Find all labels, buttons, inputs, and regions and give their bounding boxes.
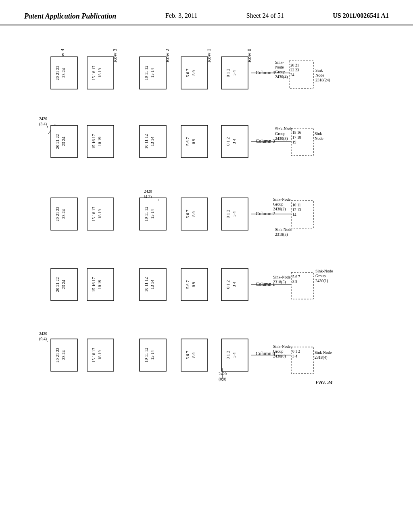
svg-text:23 24: 23 24 [61,350,66,360]
svg-text:17 18: 17 18 [292,135,301,139]
svg-text:3 4: 3 4 [232,211,236,217]
box-r0-c1: 0 1 2 3 4 [221,268,248,301]
label-2420-04: 2420 [39,331,47,336]
svg-text:18 19: 18 19 [98,137,102,146]
svg-text:Group: Group [273,349,284,353]
box-r0-c4: 0 1 2 3 4 [221,57,248,89]
label-2420-34: 2420 [39,116,47,121]
diagram-area: Row 4 Row 3 Row 2 Row 1 Row 0 20 21 22 2… [0,25,413,517]
svg-text:15 16 17: 15 16 17 [92,348,96,363]
svg-text:0 1 2: 0 1 2 [226,281,230,289]
col2-label: Column 2 [256,211,275,216]
svg-text:8 9: 8 9 [192,352,196,357]
box-r3-c4: 15 16 17 18 19 [87,57,114,89]
svg-text:5 6 7: 5 6 7 [186,351,190,360]
svg-text:13 14: 13 14 [150,68,154,77]
col3-label: Column 3 [256,138,275,144]
box-r1-c3: 5 6 7 8 9 [181,125,208,158]
svg-text:5 6 7: 5 6 7 [292,275,300,279]
sheet-number: Sheet 24 of 51 [246,12,284,19]
svg-text:10 11 12: 10 11 12 [144,277,148,292]
svg-text:23 24: 23 24 [61,136,66,146]
svg-text:13 14: 13 14 [150,279,154,289]
sink-node-group-2430-3-label: Sink-Node [275,127,293,131]
svg-text:22 23: 22 23 [290,68,299,72]
svg-text:13 14: 13 14 [150,209,154,218]
svg-text:3 4: 3 4 [292,354,297,358]
box-r2-c1: 10 11 12 13 14 [140,268,166,301]
svg-text:15 16 17: 15 16 17 [92,66,96,81]
svg-text:5 6 7: 5 6 7 [186,210,190,218]
box-r4-c4: 20 21 22 23 24 [51,57,77,89]
svg-text:23 24: 23 24 [61,279,66,289]
svg-text:3 4: 3 4 [232,352,236,358]
svg-text:2318(5): 2318(5) [273,280,286,285]
diagram-svg: Row 4 Row 3 Row 2 Row 1 Row 0 20 21 22 2… [25,33,388,509]
svg-text:20 21 22: 20 21 22 [55,277,60,292]
svg-text:15 16 17: 15 16 17 [92,207,96,222]
svg-text:0 1 2: 0 1 2 [226,137,230,146]
box-r3-c0: 15 16 17 18 19 [87,339,114,371]
svg-text:Group: Group [275,131,286,136]
svg-text:Group: Group [315,274,326,278]
svg-text:0 1 2: 0 1 2 [292,349,300,353]
sink-node-2318-col1-label: Sink-Node [273,275,291,279]
svg-text:8 9: 8 9 [292,280,297,284]
svg-text:18 19: 18 19 [98,280,102,289]
svg-text:2430(2): 2430(2) [273,207,286,212]
svg-text:2430(1): 2430(1) [315,278,328,283]
svg-text:0 1 2: 0 1 2 [226,210,230,218]
col0-label: Column 0 [256,351,275,356]
box-r4-c2: 20 21 22 23 24 [51,198,77,230]
box-r2-c4: 10 11 12 13 14 [140,57,166,89]
svg-text:2318(24): 2318(24) [315,78,330,83]
svg-text:24: 24 [290,73,294,77]
box-r1-c0: 5 6 7 8 9 [181,339,208,371]
svg-text:Node: Node [315,73,324,77]
svg-text:0 1 2: 0 1 2 [226,351,230,360]
sink-node-col3-label: Sink [315,131,322,136]
box-r1-c1: 5 6 7 8 9 [181,268,208,301]
svg-text:2430(3): 2430(3) [275,136,288,141]
svg-text:2318(5): 2318(5) [275,232,288,237]
sink-node-2318-5-label: Sink Node [275,227,292,232]
svg-text:18 19: 18 19 [98,209,102,219]
box-r3-c1: 15 16 17 18 19 [87,268,114,301]
box-r3-c3: 15 16 17 18 19 [87,125,114,158]
svg-text:8 9: 8 9 [192,211,196,216]
col4-label: Column 4 [256,70,275,75]
label-2420-42: 2420 [144,189,152,193]
svg-text:20 21 22: 20 21 22 [55,207,60,222]
sink-node-group-2430-1-label: Sink-Node [315,269,333,273]
svg-text:5 6 7: 5 6 7 [186,137,190,146]
svg-text:20 21 22: 20 21 22 [55,66,60,81]
svg-text:8 9: 8 9 [192,282,196,287]
svg-text:3 4: 3 4 [232,282,236,287]
svg-text:8 9: 8 9 [192,70,196,75]
sink-node-group-2430-0-label: Sink-Node [273,344,291,349]
sink-node-2318-4-label: Sink Node [315,350,332,355]
svg-text:14: 14 [292,213,296,217]
svg-text:15 16 17: 15 16 17 [92,134,96,149]
label-2420-34b: (3,4) [39,122,47,127]
svg-text:10 11 12: 10 11 12 [144,134,148,149]
svg-text:13 14: 13 14 [150,136,154,146]
svg-text:10 11 12: 10 11 12 [144,66,148,80]
svg-text:20 21 22: 20 21 22 [55,348,60,363]
svg-text:15 16 17: 15 16 17 [92,277,96,292]
svg-text:3 4: 3 4 [232,70,236,76]
publication-title: Patent Application Publication [24,12,116,21]
box-r0-c2: 0 1 2 3 4 [221,198,248,230]
svg-text:12 13: 12 13 [292,208,301,212]
box-r4-c1: 20 21 22 23 24 [51,268,77,301]
box-r1-c2: 5 6 7 8 9 [181,198,208,230]
svg-text:13 14: 13 14 [150,350,154,360]
svg-text:Node: Node [315,136,323,141]
svg-text:2430(4): 2430(4) [275,75,288,79]
svg-text:10 11: 10 11 [292,203,301,207]
svg-text:10 11 12: 10 11 12 [144,348,148,362]
label-2420-04b: (0,4) [39,337,47,341]
publication-date: Feb. 3, 2011 [165,12,197,19]
box-r3-c2: 15 16 17 18 19 [87,198,114,230]
box-r0-c3: 0 1 2 3 4 [221,125,248,158]
